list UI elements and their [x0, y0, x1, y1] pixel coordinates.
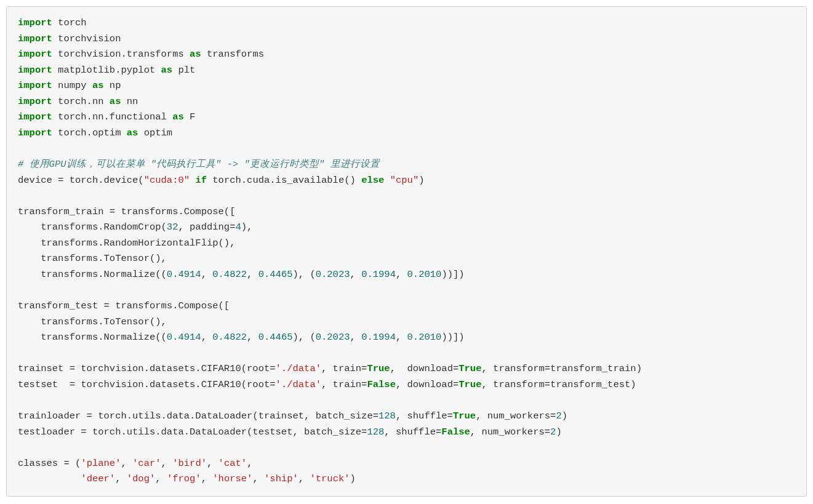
code-token — [384, 175, 390, 186]
code-token: numpy — [52, 80, 92, 91]
code-token: as — [172, 111, 184, 122]
code-token: matplotlib.pyplot — [52, 65, 161, 76]
code-token: , download= — [396, 379, 459, 390]
code-token: ), ( — [293, 332, 316, 343]
code-token: , — [207, 458, 218, 469]
code-token: 32 — [167, 222, 178, 233]
code-token: ), — [241, 222, 253, 233]
code-token: , — [155, 473, 167, 484]
code-token: 'ship' — [264, 473, 298, 484]
code-token: 128 — [378, 410, 396, 422]
code-token: ))]) — [441, 269, 464, 280]
code-token: 'car' — [132, 458, 161, 469]
code-token: torch.nn — [52, 96, 110, 107]
code-token: , — [201, 332, 213, 343]
code-token: ) — [556, 426, 561, 438]
code-token: testset = torchvision.datasets.CIFAR10(r… — [18, 379, 276, 390]
code-token: import — [18, 17, 52, 28]
code-token: torch — [52, 17, 87, 28]
code-token: , padding= — [178, 222, 235, 233]
code-token: , — [350, 269, 362, 280]
code-token: as — [161, 65, 173, 76]
code-token: 0.4822 — [212, 332, 247, 343]
code-token: transform_test = transforms.Compose([ — [18, 300, 230, 311]
code-token: , — [247, 332, 258, 343]
code-token: , train= — [321, 363, 367, 374]
code-token: classes = ( — [18, 458, 81, 469]
code-token: , — [247, 269, 258, 280]
code-token: 128 — [367, 426, 384, 438]
code-content: import torch import torchvision import t… — [18, 15, 795, 487]
code-token: 'cat' — [218, 458, 247, 469]
code-token: as — [127, 127, 138, 138]
code-token: import — [18, 80, 52, 91]
code-token: , — [201, 269, 213, 280]
code-token: 'dog' — [127, 473, 156, 484]
code-token: transforms.RandomHorizontalFlip(), — [18, 238, 235, 249]
code-token: , transform=transform_train) — [481, 363, 641, 374]
code-token: "cuda:0" — [144, 175, 190, 186]
code-token: # 使用GPU训练，可以在菜单 "代码执行工具" -> "更改运行时类型" 里进… — [18, 159, 380, 170]
code-token: True — [453, 410, 476, 422]
code-token: transforms.ToTensor(), — [18, 316, 167, 327]
code-block: import torch import torchvision import t… — [6, 6, 807, 497]
code-token: , — [121, 458, 132, 469]
code-token: import — [18, 96, 52, 107]
code-token: 2 — [556, 410, 561, 422]
code-token: 'frog' — [167, 473, 201, 484]
code-token: 0.4822 — [212, 269, 247, 280]
code-token: transforms.Normalize(( — [18, 332, 167, 343]
code-token: transforms — [201, 49, 264, 60]
code-token: "cpu" — [390, 175, 419, 186]
code-token: ) — [350, 473, 356, 484]
code-token: torchvision.transforms — [52, 49, 190, 60]
code-token: , — [298, 473, 310, 484]
code-token: F — [184, 111, 196, 122]
code-token: as — [92, 80, 104, 91]
code-token: 2 — [550, 426, 556, 438]
code-token — [18, 473, 81, 484]
code-token: , — [247, 458, 252, 469]
code-token: nn — [121, 96, 138, 107]
code-token: 'truck' — [310, 473, 350, 484]
code-token: 4 — [235, 222, 241, 233]
code-token: transform_train = transforms.Compose([ — [18, 206, 235, 217]
code-token: torch.nn.functional — [52, 111, 172, 122]
code-token: testloader = torch.utils.data.DataLoader… — [18, 426, 367, 438]
code-token: 0.4914 — [167, 269, 201, 280]
code-token: 0.2010 — [407, 269, 442, 280]
code-token: else — [361, 175, 384, 186]
code-token: './data' — [276, 363, 321, 374]
code-token: True — [459, 363, 481, 374]
code-token: plt — [172, 65, 195, 76]
code-token: transforms.RandomCrop( — [18, 222, 167, 233]
code-token: 0.4465 — [258, 332, 293, 343]
code-token: ) — [419, 175, 424, 186]
code-token: 'horse' — [212, 473, 252, 484]
code-token: , — [115, 473, 127, 484]
code-token: , shuffle= — [384, 426, 441, 438]
code-token: True — [367, 363, 390, 374]
code-token: 0.4465 — [258, 269, 293, 280]
code-token: device = torch.device( — [18, 175, 144, 186]
code-token: 0.2010 — [407, 332, 442, 343]
code-token: transforms.ToTensor(), — [18, 253, 167, 264]
code-token: , num_workers= — [470, 426, 550, 438]
code-token: './data' — [276, 379, 321, 390]
code-token: False — [367, 379, 396, 390]
code-token: False — [441, 426, 470, 438]
code-token: np — [104, 80, 121, 91]
code-token: 0.1994 — [361, 269, 396, 280]
code-token: trainset = torchvision.datasets.CIFAR10(… — [18, 363, 276, 374]
code-token: 'deer' — [81, 473, 115, 484]
code-token: 0.2023 — [316, 269, 350, 280]
code-token: 'bird' — [172, 458, 207, 469]
code-token: if — [195, 175, 207, 186]
code-token: , — [350, 332, 362, 343]
code-token: optim — [138, 127, 172, 138]
code-token: import — [18, 127, 52, 138]
code-token: , — [252, 473, 264, 484]
code-token: , — [201, 473, 213, 484]
code-token: True — [459, 379, 481, 390]
code-token: ) — [562, 410, 567, 422]
